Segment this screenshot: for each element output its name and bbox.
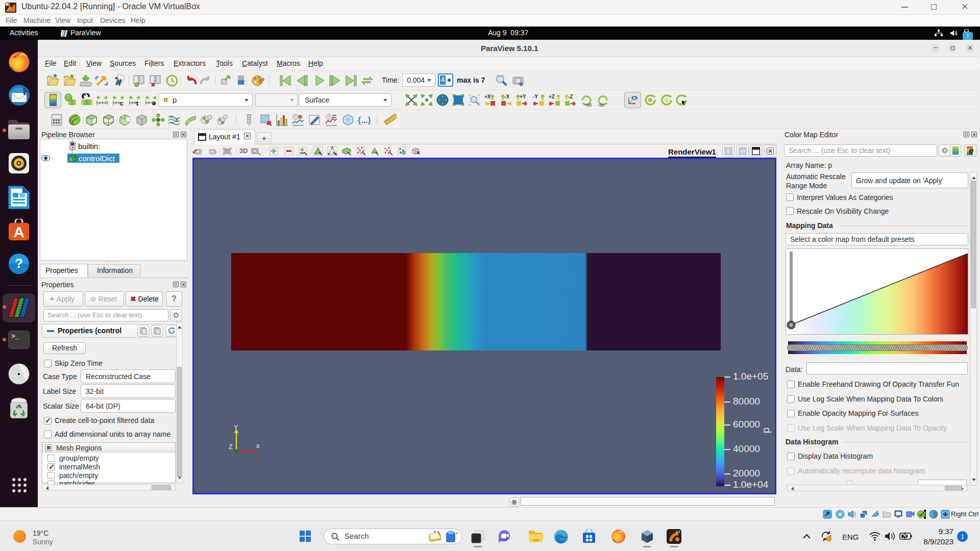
svg-text:+Z: +Z: [549, 94, 555, 99]
svg-text:+90: +90: [584, 103, 592, 107]
svg-text:+Y: +Y: [520, 94, 526, 99]
svg-text:-Z: -Z: [568, 94, 573, 99]
svg-text:-X: -X: [504, 94, 509, 99]
svg-text:Y: Y: [234, 423, 238, 431]
svg-text:-90: -90: [598, 103, 604, 107]
svg-text:-Y: -Y: [533, 94, 538, 99]
svg-text:x: x: [256, 442, 260, 449]
svg-text:{...}: {...}: [358, 116, 371, 124]
svg-text:+X: +X: [484, 94, 491, 99]
svg-text:A: A: [13, 223, 24, 240]
svg-text:c: c: [120, 99, 124, 107]
svg-text:t: t: [136, 99, 139, 107]
svg-text:?: ?: [15, 256, 23, 271]
svg-text:Z: Z: [229, 443, 233, 450]
